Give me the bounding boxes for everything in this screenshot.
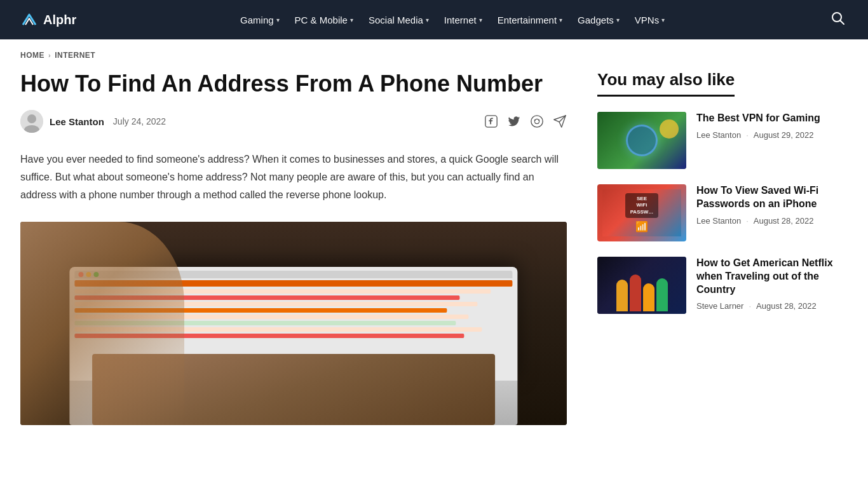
- main-navigation: Alphr Gaming ▾ PC & Mobile ▾ Social Medi…: [0, 0, 868, 39]
- nav-pc-mobile[interactable]: PC & Mobile ▾: [288, 10, 360, 30]
- svg-point-6: [531, 116, 543, 127]
- site-logo[interactable]: Alphr: [20, 11, 76, 29]
- related-title-wifi: How To View Saved Wi-Fi Passwords on an …: [696, 184, 839, 211]
- related-item-netflix[interactable]: How to Get American Netflix when Traveli…: [597, 257, 839, 314]
- logo-text: Alphr: [43, 13, 76, 27]
- related-date-gaming: August 29, 2022: [754, 130, 814, 140]
- telegram-share-icon[interactable]: [553, 114, 567, 128]
- breadcrumb: HOME › INTERNET: [0, 39, 868, 65]
- main-content: How To Find An Address From A Phone Numb…: [20, 65, 567, 425]
- article-meta: Lee Stanton July 24, 2022: [20, 110, 567, 133]
- svg-point-9: [538, 119, 539, 121]
- related-meta-wifi: Lee Stanton · August 28, 2022: [696, 216, 839, 226]
- breadcrumb-current: INTERNET: [55, 51, 95, 60]
- nav-menu: Gaming ▾ PC & Mobile ▾ Social Media ▾ In…: [234, 10, 671, 30]
- related-info-wifi: How To View Saved Wi-Fi Passwords on an …: [696, 184, 839, 226]
- facebook-share-icon[interactable]: [484, 114, 498, 128]
- related-title-netflix: How to Get American Netflix when Traveli…: [696, 257, 839, 296]
- related-item-wifi[interactable]: SEEWiFiPASSW… 📶 How To View Saved Wi-Fi …: [597, 184, 839, 241]
- sidebar: You may also like The Best VPN for Gamin…: [597, 65, 839, 425]
- related-info-netflix: How to Get American Netflix when Traveli…: [696, 257, 839, 311]
- svg-point-8: [534, 119, 536, 121]
- related-thumb-wifi: SEEWiFiPASSW… 📶: [597, 184, 686, 241]
- article-date: July 24, 2022: [113, 116, 166, 126]
- related-date-netflix: August 28, 2022: [756, 301, 817, 311]
- related-thumb-netflix: [597, 257, 686, 314]
- article-intro: Have you ever needed to find someone's a…: [20, 151, 567, 204]
- nav-entertainment[interactable]: Entertainment ▾: [491, 10, 569, 30]
- nav-social-media[interactable]: Social Media ▾: [362, 10, 435, 30]
- svg-line-1: [841, 20, 844, 24]
- related-thumb-gaming: [597, 112, 686, 169]
- related-meta-gaming: Lee Stanton · August 29, 2022: [696, 130, 839, 140]
- related-meta-sep-wifi: ·: [746, 216, 749, 226]
- related-author-gaming: Lee Stanton: [696, 130, 741, 140]
- related-author-wifi: Lee Stanton: [696, 216, 741, 226]
- related-author-netflix: Steve Larner: [696, 301, 743, 311]
- meta-left: Lee Stanton July 24, 2022: [20, 110, 166, 133]
- related-meta-netflix: Steve Larner · August 28, 2022: [696, 301, 839, 311]
- related-meta-sep-gaming: ·: [746, 130, 749, 140]
- article-title: How To Find An Address From A Phone Numb…: [20, 70, 567, 97]
- nav-gaming[interactable]: Gaming ▾: [234, 10, 286, 30]
- page-wrapper: How To Find An Address From A Phone Numb…: [0, 65, 868, 425]
- twitter-share-icon[interactable]: [507, 114, 521, 128]
- reddit-share-icon[interactable]: [530, 114, 544, 128]
- nav-internet[interactable]: Internet ▾: [438, 10, 489, 30]
- search-button[interactable]: [829, 9, 848, 31]
- svg-point-3: [27, 114, 36, 123]
- social-share-icons: [484, 114, 567, 128]
- breadcrumb-separator: ›: [48, 51, 51, 59]
- related-date-wifi: August 28, 2022: [754, 216, 814, 226]
- breadcrumb-home[interactable]: HOME: [20, 51, 44, 60]
- related-title-gaming: The Best VPN for Gaming: [696, 112, 839, 125]
- author-avatar: [20, 110, 43, 133]
- related-item-gaming[interactable]: The Best VPN for Gaming Lee Stanton · Au…: [597, 112, 839, 169]
- nav-gadgets[interactable]: Gadgets ▾: [571, 10, 626, 30]
- author-name[interactable]: Lee Stanton: [50, 116, 104, 127]
- related-meta-sep-netflix: ·: [749, 301, 751, 311]
- nav-vpns[interactable]: VPNs ▾: [628, 10, 671, 30]
- related-info-gaming: The Best VPN for Gaming Lee Stanton · Au…: [696, 112, 839, 140]
- sidebar-title: You may also like: [597, 70, 735, 97]
- article-hero-image: [20, 222, 567, 425]
